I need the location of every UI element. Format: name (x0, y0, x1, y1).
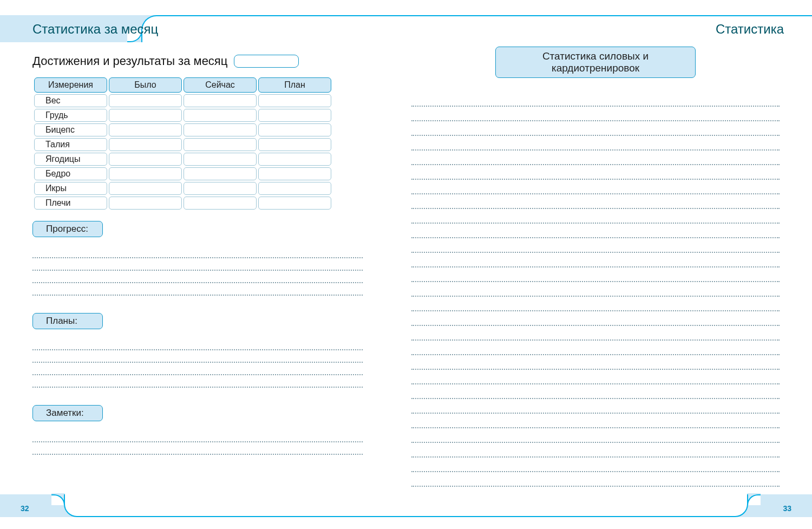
cell-now[interactable] (184, 197, 257, 210)
page-number-right: 33 (783, 504, 791, 513)
cell-was[interactable] (109, 153, 182, 166)
page-number-left: 32 (21, 504, 29, 513)
table-row: Грудь (34, 109, 331, 122)
cell-plan[interactable] (258, 109, 331, 122)
cell-was[interactable] (109, 167, 182, 180)
cell-plan[interactable] (258, 153, 331, 166)
cell-plan[interactable] (258, 167, 331, 180)
cell-now[interactable] (184, 182, 257, 195)
progress-label: Прогресс: (32, 221, 103, 237)
page-title-left: Статистика за месяц (32, 22, 158, 37)
row-label: Ягодицы (34, 153, 107, 166)
measurements-table: Измерения Было Сейчас План ВесГрудьБицеп… (32, 76, 333, 211)
table-row: Вес (34, 94, 331, 107)
cell-now[interactable] (184, 109, 257, 122)
cell-plan[interactable] (258, 123, 331, 136)
col-now: Сейчас (184, 77, 257, 93)
right-page: Статистика силовых и кардиотренировок (411, 47, 780, 501)
row-label: Вес (34, 94, 107, 107)
progress-lines[interactable] (32, 246, 363, 296)
row-label: Плечи (34, 197, 107, 210)
cell-was[interactable] (109, 182, 182, 195)
workout-stats-heading: Статистика силовых и кардиотренировок (495, 47, 696, 78)
cell-was[interactable] (109, 94, 182, 107)
cell-was[interactable] (109, 123, 182, 136)
cell-plan[interactable] (258, 182, 331, 195)
plans-label: Планы: (32, 313, 103, 329)
row-label: Бицепс (34, 123, 107, 136)
table-row: Плечи (34, 197, 331, 210)
left-page: Достижения и результаты за месяц Измерен… (32, 54, 363, 455)
plans-lines[interactable] (32, 338, 363, 388)
col-measure: Измерения (34, 77, 107, 93)
bottom-cutout (64, 494, 748, 517)
notes-label: Заметки: (32, 405, 103, 421)
cell-plan[interactable] (258, 197, 331, 210)
cell-now[interactable] (184, 167, 257, 180)
achievements-heading: Достижения и результаты за месяц (32, 54, 227, 68)
row-label: Талия (34, 138, 107, 151)
cell-plan[interactable] (258, 94, 331, 107)
row-label: Икры (34, 182, 107, 195)
cell-now[interactable] (184, 94, 257, 107)
table-row: Бицепс (34, 123, 331, 136)
col-was: Было (109, 77, 182, 93)
cell-now[interactable] (184, 153, 257, 166)
page-title-right: Статистика (716, 22, 784, 37)
achievements-heading-row: Достижения и результаты за месяц (32, 54, 363, 68)
cell-was[interactable] (109, 109, 182, 122)
row-label: Бедро (34, 167, 107, 180)
cell-plan[interactable] (258, 138, 331, 151)
notes-lines[interactable] (32, 430, 363, 455)
table-row: Ягодицы (34, 153, 331, 166)
workout-stats-lines[interactable] (411, 92, 780, 501)
month-input[interactable] (234, 55, 299, 68)
cell-now[interactable] (184, 123, 257, 136)
cell-was[interactable] (109, 138, 182, 151)
tab-cutout (141, 15, 812, 42)
col-plan: План (258, 77, 331, 93)
table-row: Талия (34, 138, 331, 151)
cell-now[interactable] (184, 138, 257, 151)
cell-was[interactable] (109, 197, 182, 210)
table-row: Икры (34, 182, 331, 195)
table-row: Бедро (34, 167, 331, 180)
row-label: Грудь (34, 109, 107, 122)
